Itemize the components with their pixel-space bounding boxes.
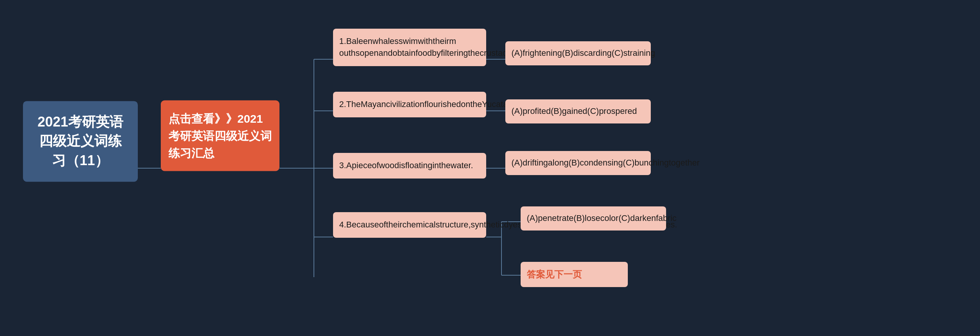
root-node[interactable]: 2021考研英语四级近义词练习（11） — [23, 101, 138, 182]
root-label: 2021考研英语四级近义词练习（11） — [38, 114, 123, 168]
answer-4-text: (A)penetrate(B)losecolor(C)darkenfabric — [527, 213, 676, 223]
answer-2-text: (A)profited(B)gained(C)prospered — [511, 106, 637, 116]
center-label: 点击查看》》2021考研英语四级近义词练习汇总 — [168, 112, 272, 159]
answer-3-text: (A)driftingalong(B)condensing(C)bunching… — [511, 158, 700, 167]
question-node-2[interactable]: 2.TheMayancivilizationflourishedontheYuc… — [333, 92, 486, 117]
answer-1-text: (A)frightening(B)discarding(C)straining — [511, 48, 655, 58]
answer-node-4[interactable]: (A)penetrate(B)losecolor(C)darkenfabric — [521, 206, 666, 230]
answer-node-1[interactable]: (A)frightening(B)discarding(C)straining — [505, 41, 651, 65]
answer-key-node[interactable]: 答案见下一页 — [521, 262, 628, 287]
answer-node-3[interactable]: (A)driftingalong(B)condensing(C)bunching… — [505, 151, 651, 175]
center-node[interactable]: 点击查看》》2021考研英语四级近义词练习汇总 — [161, 101, 279, 171]
mind-map: 2021考研英语四级近义词练习（11） 点击查看》》2021考研英语四级近义词练… — [0, 0, 980, 336]
question-3-text: 3.Apieceofwoodisfloatinginthewater. — [339, 161, 473, 170]
question-node-4[interactable]: 4.Becauseoftheirchemicalstructure,synthe… — [333, 212, 486, 238]
answer-key-label: 答案见下一页 — [527, 269, 582, 279]
question-node-3[interactable]: 3.Apieceofwoodisfloatinginthewater. — [333, 153, 486, 179]
question-node-1[interactable]: 1.Baleenwhalesswimwiththeirm outhsopenan… — [333, 29, 486, 66]
answer-node-2[interactable]: (A)profited(B)gained(C)prospered — [505, 99, 651, 123]
